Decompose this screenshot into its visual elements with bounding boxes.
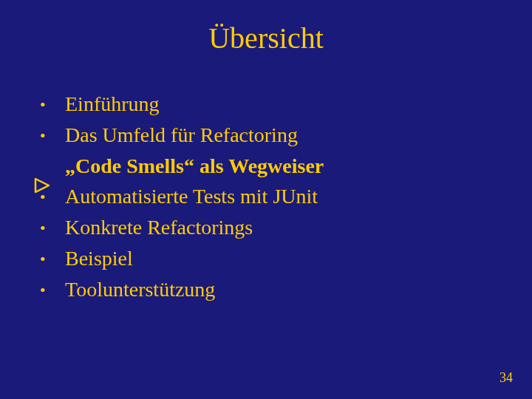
bullet-icon: •: [40, 217, 65, 239]
list-item: • Das Umfeld für Refactoring: [40, 121, 502, 149]
list-item-label: Das Umfeld für Refactoring: [65, 121, 298, 149]
bullet-icon: •: [40, 186, 65, 208]
list-item-label: „Code Smells“ als Wegweiser: [65, 152, 324, 180]
list-item-label: Automatisierte Tests mit JUnit: [65, 183, 318, 211]
list-item: • Automatisierte Tests mit JUnit: [40, 183, 502, 211]
bullet-icon: •: [40, 248, 65, 270]
list-item-label: Toolunterstützung: [65, 276, 215, 304]
list-item: • Beispiel: [40, 245, 502, 273]
bullet-list: • Einführung • Das Umfeld für Refactorin…: [40, 90, 502, 307]
list-item: • Konkrete Refactorings: [40, 214, 502, 242]
slide: Übersicht • Einführung • Das Umfeld für …: [0, 0, 532, 399]
bullet-icon: •: [40, 125, 65, 147]
bullet-icon: •: [40, 94, 65, 116]
list-item-label: Beispiel: [65, 245, 133, 273]
list-item: • Toolunterstützung: [40, 276, 502, 304]
list-item: • Einführung: [40, 90, 502, 118]
page-number: 34: [499, 370, 513, 386]
list-item-current: „Code Smells“ als Wegweiser: [40, 152, 502, 180]
bullet-icon: •: [40, 279, 65, 301]
list-item-label: Einführung: [65, 90, 160, 118]
list-item-label: Konkrete Refactorings: [65, 214, 253, 242]
slide-title: Übersicht: [0, 21, 532, 55]
